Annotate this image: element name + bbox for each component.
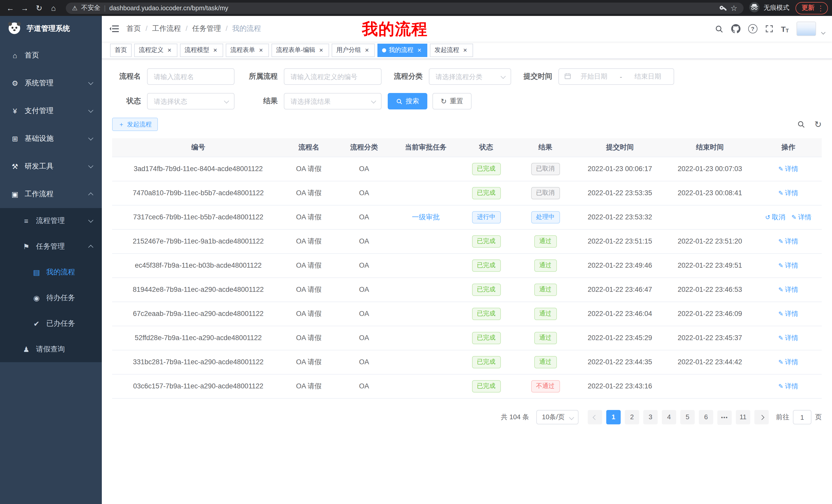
page-button-1[interactable]: 1: [606, 410, 621, 424]
tab-user-group[interactable]: 用户分组×: [332, 44, 375, 57]
page-button-5[interactable]: 5: [680, 410, 695, 424]
fullscreen-icon[interactable]: [765, 25, 773, 33]
page-ellipsis[interactable]: •••: [717, 410, 732, 425]
page-size-select[interactable]: 10条/页: [536, 410, 578, 424]
parent-process-input[interactable]: [284, 68, 382, 85]
address-bar[interactable]: ⚠ 不安全 | dashboard.yudao.iocoder.cn/bpm/t…: [66, 2, 744, 13]
result-field[interactable]: [284, 93, 381, 109]
sidebar-item-payment-mgmt[interactable]: ¥支付管理: [0, 97, 102, 125]
category-field[interactable]: [430, 69, 511, 84]
process-name-field[interactable]: [148, 69, 234, 84]
current-task-link[interactable]: 一级审批: [412, 213, 440, 221]
sidebar-item-home[interactable]: ⌂首页: [0, 41, 102, 69]
sidebar-item-leave-query[interactable]: ♟请假查询: [0, 337, 102, 362]
tab-my-process[interactable]: 我的流程×: [378, 44, 427, 57]
password-key-icon[interactable]: [719, 4, 727, 12]
tab-process-model[interactable]: 流程模型×: [180, 44, 223, 57]
forward-icon[interactable]: →: [18, 4, 32, 12]
submit-time-range-picker[interactable]: 开始日期 - 结束日期: [558, 68, 674, 85]
detail-link[interactable]: ✎详情: [778, 188, 798, 198]
action-label: 详情: [785, 236, 798, 246]
reload-icon[interactable]: ↻: [32, 3, 46, 12]
goto-page-input[interactable]: [793, 410, 811, 424]
sidebar-item-task-mgmt[interactable]: ⚑任务管理: [0, 234, 102, 259]
sidebar-item-process-mgmt[interactable]: ≡流程管理: [0, 208, 102, 234]
font-size-icon[interactable]: TT: [781, 24, 789, 33]
header-search-icon[interactable]: [714, 24, 723, 33]
page-button-11[interactable]: 11: [736, 410, 750, 424]
search-button[interactable]: 搜索: [388, 93, 427, 109]
close-icon[interactable]: ×: [258, 47, 264, 53]
process-name-input[interactable]: [147, 68, 234, 85]
browser-menu-icon[interactable]: ⋮: [817, 4, 824, 12]
help-icon[interactable]: ?: [748, 24, 757, 33]
cell-process-name: OA 请假: [284, 229, 333, 253]
create-process-button[interactable]: ＋ 发起流程: [112, 118, 158, 131]
page-button-3[interactable]: 3: [643, 410, 658, 424]
detail-link[interactable]: ✎详情: [778, 357, 798, 367]
breadcrumb-workflow[interactable]: 工作流程: [141, 24, 181, 33]
back-icon[interactable]: ←: [3, 4, 18, 12]
close-icon[interactable]: ×: [166, 47, 173, 53]
sidebar-item-system-mgmt[interactable]: ⚙系统管理: [0, 69, 102, 97]
cell-result: 通过: [516, 302, 575, 326]
next-page-button[interactable]: [754, 410, 769, 424]
browser-update-button[interactable]: 更新 ⋮: [796, 2, 828, 14]
detail-link[interactable]: ✎详情: [778, 164, 798, 173]
cell-result: 通过: [516, 277, 575, 302]
detail-link[interactable]: ✎详情: [791, 213, 811, 222]
parent-process-field[interactable]: [284, 69, 381, 84]
refresh-table-icon[interactable]: ↻: [814, 120, 822, 129]
cell-current-task: [395, 277, 457, 302]
logo[interactable]: 芋道管理系统: [0, 16, 102, 41]
edit-icon: ✎: [778, 310, 783, 317]
toggle-search-icon[interactable]: [797, 120, 805, 129]
page-button-6[interactable]: 6: [699, 410, 713, 424]
sidebar-item-my-process[interactable]: ▤我的流程: [0, 259, 102, 285]
close-icon[interactable]: ×: [212, 47, 218, 53]
avatar[interactable]: [797, 22, 816, 36]
close-icon[interactable]: ×: [318, 47, 324, 53]
breadcrumb-home[interactable]: 首页: [127, 24, 141, 33]
bookmark-star-icon[interactable]: ☆: [730, 3, 737, 12]
tab-process-definition[interactable]: 流程定义×: [134, 44, 177, 57]
tab-home[interactable]: 首页: [110, 44, 132, 57]
close-icon[interactable]: ×: [462, 47, 468, 53]
prev-page-button[interactable]: [588, 410, 602, 424]
chevron-down-icon: [88, 163, 93, 168]
goto-label: 前往: [776, 413, 789, 422]
sidebar-item-todo-tasks[interactable]: ◉待办任务: [0, 285, 102, 311]
column-header: 流程名: [284, 138, 333, 157]
detail-link[interactable]: ✎详情: [778, 382, 798, 391]
detail-link[interactable]: ✎详情: [778, 261, 798, 270]
cell-actions: ✎详情: [755, 253, 822, 277]
detail-link[interactable]: ✎详情: [778, 333, 798, 342]
cancel-link[interactable]: ↺取消: [765, 213, 785, 222]
result-select[interactable]: [284, 93, 382, 109]
sidebar-item-devtools[interactable]: ⚒研发工具: [0, 152, 102, 180]
result-label: 结果: [247, 96, 278, 106]
tab-process-form-edit[interactable]: 流程表单-编辑×: [271, 44, 329, 57]
status-field[interactable]: [148, 93, 234, 109]
reset-button[interactable]: ↻ 重置: [433, 93, 471, 109]
status-label: 状态: [112, 96, 141, 106]
detail-link[interactable]: ✎详情: [778, 236, 798, 246]
github-icon[interactable]: [731, 24, 740, 33]
sidebar-item-infrastructure[interactable]: ⊞基础设施: [0, 125, 102, 152]
breadcrumb-task-mgmt[interactable]: 任务管理: [181, 24, 221, 33]
table-row: 67c2eaab-7b9a-11ec-a290-acde48001122OA 请…: [112, 302, 822, 326]
tab-process-form[interactable]: 流程表单×: [226, 44, 269, 57]
page-button-2[interactable]: 2: [625, 410, 639, 424]
category-select[interactable]: [429, 68, 511, 85]
close-icon[interactable]: ×: [416, 47, 423, 53]
browser-home-icon[interactable]: ⌂: [46, 4, 61, 12]
page-button-4[interactable]: 4: [662, 410, 676, 424]
tab-start-process[interactable]: 发起流程×: [430, 44, 473, 57]
close-icon[interactable]: ×: [364, 47, 370, 53]
status-select[interactable]: [147, 93, 234, 109]
sidebar-item-done-tasks[interactable]: ✔已办任务: [0, 311, 102, 337]
detail-link[interactable]: ✎详情: [778, 309, 798, 318]
detail-link[interactable]: ✎详情: [778, 285, 798, 294]
sidebar-item-workflow[interactable]: ▣工作流程: [0, 180, 102, 208]
hamburger-icon[interactable]: [102, 25, 127, 33]
